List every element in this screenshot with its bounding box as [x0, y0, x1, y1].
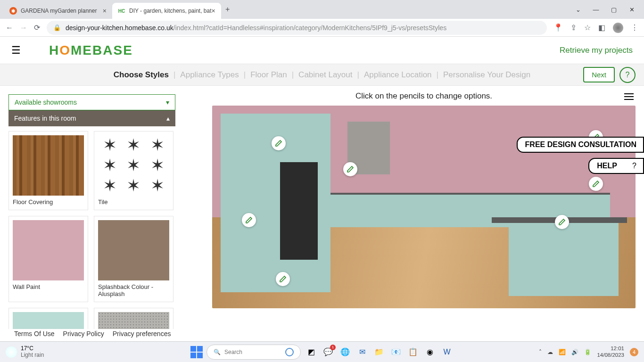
- minimize-button[interactable]: —: [591, 6, 601, 13]
- help-cta-label: HELP: [597, 162, 617, 170]
- free-consultation-button[interactable]: FREE DESIGN CONSULTATION: [517, 137, 644, 153]
- task-view-icon[interactable]: ◩: [305, 346, 318, 359]
- edit-hotspot[interactable]: [276, 272, 290, 286]
- edit-hotspot[interactable]: [242, 213, 256, 227]
- sticky-notes-icon[interactable]: 📋: [406, 346, 420, 359]
- feature-label: Splashback Colour - Alusplash: [98, 283, 169, 298]
- reload-button[interactable]: ⟳: [34, 23, 40, 32]
- step-personalise[interactable]: Personalise Your Design: [443, 70, 530, 80]
- privacy-policy-link[interactable]: Privacy Policy: [63, 330, 104, 337]
- feature-card-tile[interactable]: ✶✶✶✶✶✶✶✶✶ Tile: [94, 131, 173, 210]
- chevron-down-icon: ▾: [166, 99, 169, 106]
- bookmark-icon[interactable]: ☆: [584, 23, 591, 32]
- wifi-icon[interactable]: 📶: [559, 349, 566, 355]
- feature-grid[interactable]: Floor Covering ✶✶✶✶✶✶✶✶✶ Tile Wall Paint…: [8, 126, 175, 329]
- browser-tab[interactable]: ✱ GARDENA myGarden planner ×: [4, 3, 112, 19]
- location-icon[interactable]: 📍: [553, 23, 563, 32]
- url-input[interactable]: 🔒 design-your-kitchen.homebase.co.uk/ind…: [47, 21, 547, 35]
- help-cta-button[interactable]: HELP ?: [588, 158, 644, 174]
- time: 12:01: [597, 346, 624, 352]
- app-header: ☰ HOMEBASE Retrieve my projects: [0, 37, 644, 64]
- step-appliance-types[interactable]: Appliance Types: [180, 70, 239, 80]
- features-header[interactable]: Features in this room ▴: [8, 110, 175, 126]
- volume-icon[interactable]: 🔊: [571, 349, 578, 355]
- weather-widget[interactable]: 17°C Light rain: [6, 346, 44, 358]
- share-icon[interactable]: ⇪: [570, 23, 577, 32]
- step-appliance-location[interactable]: Appliance Location: [364, 70, 432, 80]
- explorer-icon[interactable]: 📁: [372, 346, 386, 359]
- outlook-icon[interactable]: ✉: [355, 346, 369, 359]
- wood-swatch-icon: [13, 135, 84, 196]
- features-header-label: Features in this room: [14, 115, 76, 122]
- close-window-button[interactable]: ✕: [627, 6, 636, 13]
- chevron-up-icon: ▴: [166, 115, 170, 122]
- browser-address-bar: ← → ⟳ 🔒 design-your-kitchen.homebase.co.…: [0, 19, 644, 37]
- step-floor-plan[interactable]: Floor Plan: [250, 70, 287, 80]
- chat-icon[interactable]: 💬1: [322, 346, 335, 359]
- pink-swatch-icon: [13, 220, 84, 280]
- lock-icon: 🔒: [53, 24, 61, 31]
- step-navigation: Choose Styles | Appliance Types | Floor …: [0, 64, 644, 86]
- next-button[interactable]: Next: [583, 67, 615, 82]
- favicon-icon: ✱: [9, 7, 17, 15]
- chrome-icon[interactable]: 🌐: [339, 346, 352, 359]
- chevron-down-icon[interactable]: ⌄: [573, 6, 583, 13]
- sidepanel-icon[interactable]: ◧: [598, 23, 605, 32]
- profile-avatar[interactable]: [613, 23, 623, 33]
- privacy-preferences-link[interactable]: Privacy preferences: [113, 330, 171, 337]
- list-view-icon[interactable]: [624, 93, 634, 103]
- forward-button[interactable]: →: [20, 24, 27, 32]
- close-tab-icon[interactable]: ×: [103, 7, 107, 15]
- clock[interactable]: 12:01 14/08/2023: [597, 346, 624, 358]
- word-icon[interactable]: W: [440, 346, 454, 359]
- mail-icon[interactable]: 📧: [389, 346, 403, 359]
- taupe-swatch-icon: [98, 220, 169, 280]
- kitchen-render: [212, 106, 636, 308]
- search-placeholder: Search: [224, 349, 242, 355]
- notifications-badge[interactable]: 4: [630, 348, 638, 356]
- footer-links: Terms Of Use Privacy Policy Privacy pref…: [14, 330, 171, 337]
- step-cabinet-layout[interactable]: Cabinet Layout: [298, 70, 352, 80]
- edit-hotspot[interactable]: [589, 177, 603, 191]
- edit-hotspot[interactable]: [272, 136, 286, 150]
- retrieve-projects-link[interactable]: Retrieve my projects: [560, 46, 633, 55]
- battery-icon[interactable]: 🔋: [584, 349, 591, 355]
- temperature: 17°C: [21, 346, 44, 352]
- taskbar-search[interactable]: 🔍 Search: [206, 345, 301, 360]
- tile-swatch-icon: ✶✶✶✶✶✶✶✶✶: [98, 135, 169, 196]
- feature-card-extra-2[interactable]: [94, 308, 173, 329]
- close-tab-icon[interactable]: ×: [212, 7, 215, 15]
- date: 14/08/2023: [597, 352, 624, 358]
- weather-condition: Light rain: [21, 352, 44, 358]
- feature-card-wall-paint[interactable]: Wall Paint: [8, 216, 88, 302]
- help-button[interactable]: ?: [619, 67, 636, 83]
- mint-swatch-icon: [13, 312, 84, 329]
- menu-icon[interactable]: ⋮: [631, 23, 638, 32]
- browser-tab-strip: ✱ GARDENA myGarden planner × HC DIY - ga…: [0, 0, 644, 19]
- tray-chevron-icon[interactable]: ˄: [539, 349, 542, 355]
- back-button[interactable]: ←: [6, 24, 13, 32]
- weather-icon: [6, 346, 17, 358]
- tab-title: GARDENA myGarden planner: [21, 8, 103, 14]
- granite-swatch-icon: [98, 312, 169, 329]
- start-button[interactable]: [190, 346, 203, 358]
- hamburger-icon[interactable]: ☰: [11, 44, 21, 57]
- showrooms-dropdown[interactable]: Available showrooms ▾: [8, 94, 175, 110]
- feature-card-floor[interactable]: Floor Covering: [8, 131, 88, 210]
- feature-label: Floor Covering: [13, 198, 84, 206]
- feature-label: Tile: [98, 198, 169, 206]
- maximize-button[interactable]: ▢: [609, 6, 619, 13]
- favicon-icon: HC: [118, 7, 125, 15]
- step-choose-styles[interactable]: Choose Styles: [114, 70, 169, 80]
- tab-title: DIY - garden, kitchens, paint, bat: [129, 8, 212, 14]
- new-tab-button[interactable]: +: [221, 3, 234, 16]
- feature-card-splashback[interactable]: Splashback Colour - Alusplash: [94, 216, 173, 302]
- cortana-icon: [285, 348, 294, 356]
- feature-card-extra-1[interactable]: [8, 308, 88, 329]
- terms-link[interactable]: Terms Of Use: [14, 330, 55, 337]
- copilot-icon[interactable]: ◉: [423, 346, 437, 359]
- browser-tab-active[interactable]: HC DIY - garden, kitchens, paint, bat ×: [112, 3, 221, 19]
- showrooms-label: Available showrooms: [15, 99, 77, 106]
- homebase-logo[interactable]: HOMEBASE: [49, 43, 133, 58]
- onedrive-icon[interactable]: ☁: [547, 349, 553, 355]
